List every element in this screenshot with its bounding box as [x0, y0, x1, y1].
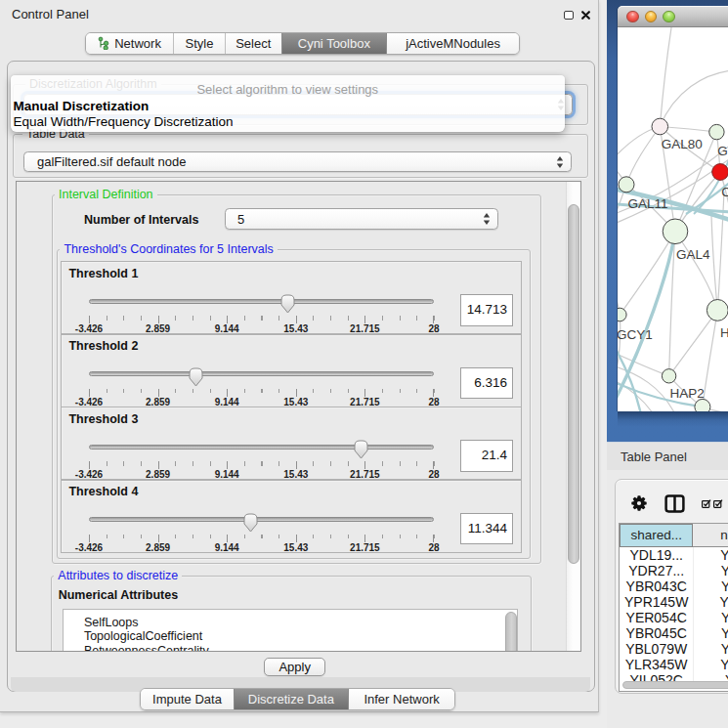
- threshold-3-slider-thumb[interactable]: [354, 440, 368, 459]
- table-row[interactable]: YBR043CYBR043C: [620, 578, 728, 594]
- dropdown-item-placeholder[interactable]: Select algorithm to view settings: [11, 75, 566, 98]
- cell-shared-name: YDL19...: [620, 547, 693, 563]
- tick-label: 15.43: [269, 323, 323, 334]
- checkbox-icon[interactable]: [702, 499, 711, 508]
- dropdown-item-manual-discretization[interactable]: Manual Discretization: [11, 98, 566, 114]
- tick-label: 2.859: [131, 469, 186, 480]
- column-header-shared-name[interactable]: shared...: [620, 524, 693, 547]
- threshold-1-slider-thumb[interactable]: [280, 294, 295, 314]
- tab-jactivemnodules[interactable]: jActiveMNodules: [386, 33, 519, 54]
- list-item-topologicalcoefficient[interactable]: TopologicalCoefficient: [64, 629, 517, 644]
- network-icon: [98, 36, 110, 50]
- threshold-3-slider-track[interactable]: [89, 445, 434, 450]
- minimize-traffic-light[interactable]: [645, 11, 657, 22]
- cell-name: YBR043C: [693, 578, 728, 594]
- columns-icon[interactable]: [664, 494, 685, 513]
- number-of-intervals-value: 5: [237, 209, 244, 229]
- window-title: Control Panel: [12, 0, 89, 29]
- cell-name: YIL052C: [693, 672, 728, 680]
- table-row[interactable]: YDR27...YDR277C: [620, 563, 728, 578]
- table-row[interactable]: YBL079WYBL079W: [620, 641, 728, 657]
- node-hap2[interactable]: [662, 369, 675, 383]
- table-row[interactable]: YER054CYER054C: [620, 610, 728, 625]
- numerical-attributes-label: Numerical Attributes: [59, 588, 178, 602]
- node-bottom[interactable]: [695, 399, 710, 410]
- threshold-4-value-field[interactable]: 11.344: [460, 513, 513, 545]
- tab-infer-network[interactable]: Infer Network: [348, 689, 454, 709]
- node-gal4[interactable]: [663, 219, 688, 244]
- threshold-3-box: Threshold 3 -3.426 2.859 9.144 15.43 21.…: [61, 407, 522, 480]
- apply-button[interactable]: Apply: [264, 658, 325, 676]
- tab-impute-data-label: Impute Data: [152, 692, 222, 707]
- list-scrollbar-thumb[interactable]: [505, 612, 517, 652]
- tick-label: 2.859: [131, 397, 186, 407]
- threshold-4-slider-thumb[interactable]: [243, 513, 258, 533]
- node-gal11[interactable]: [619, 177, 634, 193]
- threshold-2-value-field[interactable]: 6.316: [460, 367, 513, 400]
- vertical-scrollbar-thumb[interactable]: [568, 204, 579, 564]
- list-item-betweennesscentrality[interactable]: BetweennessCentrality: [64, 644, 517, 652]
- tab-style[interactable]: Style: [173, 33, 225, 54]
- column-header-name[interactable]: name: [693, 524, 728, 547]
- tick-label: 21.715: [337, 542, 392, 553]
- tab-infer-network-label: Infer Network: [364, 692, 439, 707]
- node-label-gcy1: GCY1: [618, 327, 653, 342]
- table-row[interactable]: YBR045CYBR045C: [620, 625, 728, 641]
- network-window-titlebar: [618, 6, 728, 27]
- slider-ticks: [89, 461, 435, 469]
- network-graph: GAL80 G C GAL11 GAL4 GCY1 H HAP2: [618, 27, 728, 411]
- table-data-combobox-value: galFiltered.sif default node: [37, 152, 186, 171]
- table-row[interactable]: YIL052CYIL052C: [620, 672, 728, 680]
- node-label-gal80: GAL80: [661, 137, 702, 151]
- tab-select[interactable]: Select: [225, 33, 281, 54]
- tick-label: 21.715: [337, 469, 392, 480]
- gear-icon[interactable]: [631, 495, 647, 511]
- tick-label: 28: [407, 323, 461, 334]
- threshold-4-slider-track[interactable]: [89, 517, 434, 522]
- node-red[interactable]: [711, 164, 728, 181]
- node-h[interactable]: [707, 300, 728, 321]
- slider-ticks: [89, 316, 435, 323]
- horizontal-scrollbar-thumb[interactable]: [622, 681, 728, 689]
- cell-shared-name: YER054C: [620, 610, 693, 625]
- threshold-2-slider-thumb[interactable]: [189, 367, 203, 387]
- table-panel-title: Table Panel: [621, 443, 687, 472]
- table-row[interactable]: YPR145WYPR145W: [620, 594, 728, 610]
- attributes-to-discretize-group: Attributes to discretize Numerical Attri…: [51, 576, 532, 652]
- close-icon[interactable]: [581, 11, 590, 20]
- tick-label: 2.859: [131, 542, 186, 553]
- node-gcy1[interactable]: [618, 308, 626, 321]
- node-g[interactable]: [708, 124, 723, 139]
- control-panel-window: Control Panel Network Style Select Cyni …: [0, 0, 599, 712]
- threshold-3-value-field[interactable]: 21.4: [460, 440, 513, 472]
- cell-name: YDR277C: [693, 563, 728, 578]
- node-label-h: H: [720, 325, 728, 340]
- table-data-combobox[interactable]: galFiltered.sif default node: [23, 151, 572, 172]
- table-row[interactable]: YDL19...YDL194W: [620, 547, 728, 563]
- tab-cyni-toolbox[interactable]: Cyni Toolbox: [281, 33, 387, 54]
- node-gal80[interactable]: [652, 118, 668, 135]
- number-of-intervals-label: Number of Intervals: [84, 213, 198, 228]
- checkbox-icon[interactable]: [713, 499, 723, 508]
- threshold-1-slider-track[interactable]: [89, 299, 434, 304]
- tick-label: 28: [407, 469, 461, 480]
- combo-arrows-icon: [483, 213, 491, 226]
- threshold-1-value-field[interactable]: 14.713: [460, 294, 513, 326]
- settings-scroll-panel: Interval Definition Number of Intervals …: [16, 181, 582, 653]
- zoom-traffic-light[interactable]: [663, 11, 674, 22]
- close-traffic-light[interactable]: [626, 11, 638, 22]
- number-of-intervals-combobox[interactable]: 5: [225, 208, 499, 230]
- network-canvas[interactable]: GAL80 G C GAL11 GAL4 GCY1 H HAP2: [618, 27, 728, 411]
- tab-impute-data[interactable]: Impute Data: [141, 689, 233, 709]
- tab-network[interactable]: Network: [86, 33, 173, 54]
- threshold-2-slider-track[interactable]: [89, 371, 434, 376]
- list-item-selfloops[interactable]: SelfLoops: [64, 610, 517, 630]
- vertical-scrollbar-track[interactable]: [566, 182, 581, 652]
- dropdown-item-equal-width-frequency[interactable]: Equal Width/Frequency Discretization: [11, 114, 566, 132]
- slider-ticks: [89, 389, 435, 397]
- float-window-icon[interactable]: [564, 11, 574, 20]
- table-row[interactable]: YLR345WYLR345W: [620, 657, 728, 672]
- node-label-gal4: GAL4: [676, 247, 710, 262]
- cell-shared-name: YIL052C: [620, 672, 693, 680]
- tab-discretize-data[interactable]: Discretize Data: [234, 689, 349, 709]
